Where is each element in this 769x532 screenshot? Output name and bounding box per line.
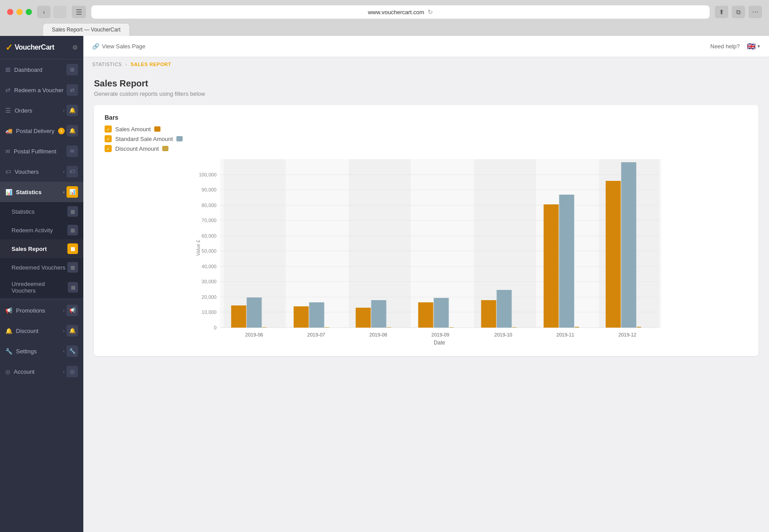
settings-chevron: ‹ <box>63 348 65 354</box>
svg-text:80,000: 80,000 <box>202 203 217 208</box>
postal-delivery-badge: 1 <box>58 128 65 134</box>
svg-text:30,000: 30,000 <box>202 279 217 284</box>
legend-checkbox-sales[interactable]: ✓ <box>105 125 112 133</box>
sidebar-item-vouchers[interactable]: 🏷 Vouchers ‹ 🏷 <box>0 161 83 182</box>
bar-2019-06-standard <box>247 297 262 328</box>
breadcrumb: STATISTICS › SALES REPORT <box>83 57 769 71</box>
minimize-button[interactable] <box>16 9 23 15</box>
sidebar-item-statistics[interactable]: 📊 Statistics ‹ 📊 <box>0 182 83 202</box>
bar-2019-06-discount <box>262 327 267 328</box>
subitem-sales-report-icon: ▦ <box>67 243 78 254</box>
subitem-redeem-activity-label: Redeem Activity <box>12 227 53 234</box>
sidebar-item-redeem[interactable]: ⇄ Redeem a Voucher ⇄ <box>0 80 83 100</box>
sidebar-item-promotions[interactable]: 📢 Promotions ‹ 📢 <box>0 300 83 321</box>
breadcrumb-parent[interactable]: STATISTICS <box>92 62 122 67</box>
subitem-redeemed-label: Redeemed Vouchers <box>12 264 65 271</box>
topbar-left: 🔗 View Sales Page <box>92 43 145 50</box>
orders-bell-icon: 🔔 <box>66 105 78 116</box>
flag-icon: 🇬🇧 <box>747 42 756 51</box>
address-bar[interactable]: www.vouchercart.com ↻ <box>91 5 710 19</box>
sidebar-bottom-section: 📢 Promotions ‹ 📢 🔔 Discount ‹ <box>0 300 83 382</box>
lang-selector[interactable]: 🇬🇧 ▾ <box>747 42 760 51</box>
sidebar-subitem-unredeemed-vouchers[interactable]: Unredeemed Vouchers ▦ <box>0 277 83 298</box>
legend-item-standard: ✓ Standard Sale Amount <box>105 135 748 142</box>
breadcrumb-separator: › <box>125 62 127 67</box>
bar-2019-08-discount <box>387 327 391 328</box>
topbar: 🔗 View Sales Page Need help? 🇬🇧 ▾ <box>83 36 769 57</box>
statistics-submenu: Statistics ▦ Redeem Activity ▦ Sales Rep… <box>0 202 83 298</box>
vouchers-chevron-icon: ‹ <box>63 169 65 174</box>
sidebar-item-label: Redeem a Voucher <box>14 87 63 94</box>
bar-2019-10-sales <box>481 300 496 328</box>
sidebar-item-label: Dashboard <box>14 66 43 73</box>
legend-label-sales: Sales Amount <box>115 126 151 133</box>
orders-chevron-icon: ‹ <box>63 108 65 113</box>
vouchers-icon-right: 🏷 <box>66 166 78 177</box>
bar-2019-09-standard <box>434 298 449 328</box>
sidebar-item-account[interactable]: ◎ Account ‹ ◎ <box>0 361 83 382</box>
sidebar-item-label: Postal Delivery <box>16 128 55 134</box>
page-subtitle: Generate custom reports using filters be… <box>94 90 758 97</box>
page-content: Sales Report Generate custom reports usi… <box>83 71 769 532</box>
lang-chevron-icon: ▾ <box>757 43 760 49</box>
reload-icon[interactable]: ↻ <box>428 8 433 16</box>
maximize-button[interactable] <box>26 9 32 15</box>
settings-icon[interactable]: ⚙ <box>72 44 78 51</box>
svg-text:20,000: 20,000 <box>202 294 217 300</box>
sidebar-toggle-button[interactable]: ☰ <box>72 6 86 18</box>
forward-button[interactable]: › <box>53 6 66 18</box>
sidebar-item-label: Discount <box>16 328 39 334</box>
sidebar-item-dashboard[interactable]: ⊞ Dashboard ⊞ <box>0 59 83 80</box>
sidebar-subitem-sales-report[interactable]: Sales Report ▦ <box>0 239 83 258</box>
legend-items: ✓ Sales Amount ✓ Standard Sale Amount ✓ … <box>105 125 748 152</box>
settings-icon: 🔧 <box>5 348 12 355</box>
legend-title: Bars <box>105 114 748 121</box>
svg-text:Value £: Value £ <box>195 240 201 256</box>
sidebar-item-orders[interactable]: ☰ Orders ‹ 🔔 <box>0 100 83 121</box>
orders-icon: ☰ <box>5 107 11 114</box>
svg-text:0: 0 <box>214 325 216 330</box>
promotions-icon: 📢 <box>5 307 12 314</box>
svg-text:2019-11: 2019-11 <box>556 332 574 337</box>
account-icon-right: ◎ <box>66 366 78 377</box>
svg-text:2019-09: 2019-09 <box>431 332 449 337</box>
bar-2019-08-standard <box>371 300 386 328</box>
sidebar-subitem-redeem-activity[interactable]: Redeem Activity ▦ <box>0 221 83 239</box>
sidebar-nav: ⊞ Dashboard ⊞ ⇄ Redeem a Voucher ⇄ ☰ Ord… <box>0 59 83 382</box>
statistics-icon: 📊 <box>5 189 12 196</box>
subitem-unredeemed-label: Unredeemed Vouchers <box>12 281 68 294</box>
legend-checkbox-standard[interactable]: ✓ <box>105 135 112 142</box>
discount-icon-right: 🔔 <box>66 325 78 336</box>
settings-icon-right: 🔧 <box>66 345 78 357</box>
new-tab-button[interactable]: ⧉ <box>732 6 745 18</box>
postal-delivery-icon: 🚚 <box>5 128 12 134</box>
svg-text:90,000: 90,000 <box>202 187 217 192</box>
sidebar-item-postal-fulfilment[interactable]: ✉ Postal Fulfilment ✉ <box>0 141 83 161</box>
statistics-chevron-icon: ‹ <box>63 189 65 195</box>
promotions-icon-right: 📢 <box>66 305 78 316</box>
sidebar-subitem-redeemed-vouchers[interactable]: Redeemed Vouchers ▦ <box>0 258 83 277</box>
svg-text:2019-10: 2019-10 <box>494 332 512 337</box>
legend-swatch-sales <box>154 126 160 132</box>
view-sales-link[interactable]: View Sales Page <box>102 43 145 50</box>
svg-text:Date: Date <box>434 340 445 345</box>
share-button[interactable]: ⬆ <box>715 6 728 18</box>
subitem-sales-report-label: Sales Report <box>12 246 47 252</box>
logo-check-icon: ✓ <box>5 42 13 53</box>
bar-2019-09-sales <box>418 302 433 328</box>
logo: ✓ VoucherCart <box>5 42 54 53</box>
sidebar-item-discount[interactable]: 🔔 Discount ‹ 🔔 <box>0 321 83 341</box>
legend-checkbox-discount[interactable]: ✓ <box>105 145 112 152</box>
back-button[interactable]: ‹ <box>37 6 51 18</box>
browser-tab[interactable]: Sales Report — VoucherCart <box>43 23 130 36</box>
sidebar-item-postal-delivery[interactable]: 🚚 Postal Delivery 1 🔔 <box>0 121 83 141</box>
close-button[interactable] <box>7 9 13 15</box>
fulfilment-icon-right: ✉ <box>66 145 78 157</box>
sidebar-item-settings[interactable]: 🔧 Settings ‹ 🔧 <box>0 341 83 361</box>
bar-2019-06-sales <box>231 305 246 328</box>
extensions-button[interactable]: ⋯ <box>749 6 762 18</box>
postal-bell-icon: 🔔 <box>66 125 78 137</box>
logo-text: VoucherCart <box>15 43 54 51</box>
chart-legend: Bars ✓ Sales Amount ✓ Standard Sale Amou… <box>105 114 748 152</box>
sidebar-subitem-statistics[interactable]: Statistics ▦ <box>0 202 83 221</box>
